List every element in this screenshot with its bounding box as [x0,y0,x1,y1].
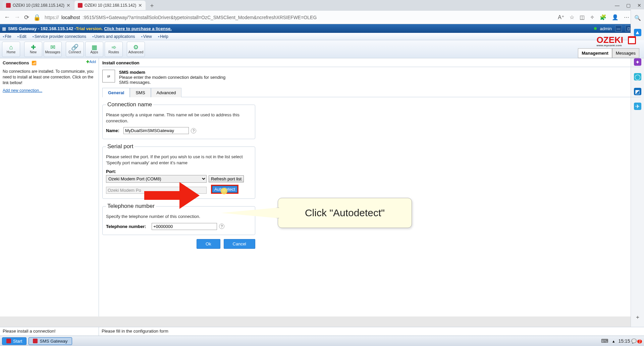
legend: Connection name [106,101,153,108]
menu-users[interactable]: ▪Users and applications [92,34,135,39]
port-select[interactable]: Ozeki Modem Port (COM8) [106,175,207,183]
grid-icon[interactable]: ▦ [2,26,6,31]
user-label[interactable]: admin [600,26,612,31]
connect-button[interactable]: 🔗Connect [66,42,84,57]
favorite-icon[interactable]: ☆ [570,14,574,20]
hint: Specify the telephone number of this con… [106,214,252,220]
url-scheme: https:// [45,15,59,20]
browser-tab-2[interactable]: OZEKI 10 (192.168.115.142) ✕ [74,1,146,10]
notification-icon[interactable]: 💬2 [631,339,642,344]
close-icon[interactable]: ✕ [637,3,641,8]
taskbar-app-button[interactable]: SMS Gateway [29,337,72,345]
start-button[interactable]: Start [2,337,26,345]
menu-view[interactable]: ▪View [141,34,152,39]
annotation-callout: Click "Autodetect" [278,198,412,228]
browser-tab-1[interactable]: OZEKI 10 (192.168.115.142) ✕ [3,1,74,10]
help-icon[interactable]: ? [191,128,196,133]
ozeki-logo: OZEKIwww.myozeki.com [597,35,626,47]
home-icon: ⌂ [9,44,13,50]
apps-icon: ▦ [92,44,97,50]
home-button[interactable]: ⌂Home [2,42,20,57]
new-button[interactable]: ✚New [24,42,42,57]
menu-file[interactable]: ▪File [3,34,11,39]
tab-messages[interactable]: Messages [612,48,639,58]
legend: Serial port [106,143,135,150]
url-path: :9515/SMS+Gateway/?a=InstallSoloDriver&t… [83,15,317,20]
modem-desc: Please enter the modem connection detail… [119,75,226,85]
tab-title: OZEKI 10 (192.168.115.142) [13,3,64,8]
advanced-button[interactable]: ⚙Advanced [127,42,145,57]
link-icon: 🔗 [71,44,78,50]
extensions-icon[interactable]: 🧩 [600,14,606,20]
menu-icon[interactable]: ⋯ [624,14,629,20]
connections-empty-text: No connections are installed. To communi… [3,69,96,85]
routes-icon: ➾ [111,44,116,50]
favicon-icon [78,3,83,8]
back-icon[interactable]: ← [4,14,10,21]
add-link[interactable]: ✚Add [86,60,96,64]
clock: 15:15 [618,338,630,344]
ozeki-calendar-icon [628,36,636,44]
modem-heading: SMS modem [119,70,226,75]
connections-header: Connections [3,60,29,65]
connections-icon: 📶 [32,61,37,65]
close-icon[interactable]: ✕ [66,3,70,8]
connection-name-fieldset: Connection name Please specify a unique … [102,101,255,139]
plus-icon: ✚ [31,44,36,50]
routes-button[interactable]: ➾Routes [105,42,123,57]
gear-icon: ⚙ [133,44,139,50]
read-aloud-icon[interactable]: A⁺ [558,14,564,20]
new-tab-button[interactable]: ＋ [149,1,155,9]
tab-title: OZEKI 10 (192.168.115.142) [85,3,136,8]
telephone-input[interactable] [152,223,217,230]
app-icon [33,339,38,343]
tab-management[interactable]: Management [578,48,612,58]
maximize-icon[interactable]: ▢ [626,3,631,8]
envelope-icon: ✉ [50,44,55,50]
messages-button[interactable]: ✉Messages [44,42,62,57]
lock-icon: 🔒 [33,14,41,21]
refresh-icon[interactable]: ⟳ [24,14,29,21]
serial-port-fieldset: Serial port Please select the port. If t… [102,143,255,199]
keyboard-icon[interactable]: ⌨ [601,338,608,344]
search-icon[interactable]: 🔍 [634,14,641,21]
app-title: SMS Gateway - 192.168.115.142 - [8,26,76,31]
help-icon[interactable]: ? [219,224,224,229]
address-bar[interactable]: https://localhost:9515/SMS+Gateway/?a=In… [45,15,554,20]
url-host: localhost [61,15,80,20]
collections-icon[interactable]: ✧ [590,14,594,20]
forward-icon[interactable]: → [14,14,20,21]
page-title: Install connection [102,60,641,67]
tab-sms[interactable]: SMS [130,88,151,97]
bell-icon[interactable]: ▲ [634,29,641,36]
add-connection-link[interactable]: Add new connection... [3,88,42,93]
minimize-button[interactable]: — [615,25,622,32]
close-icon[interactable]: ✕ [138,3,142,8]
ok-button[interactable]: Ok [197,239,220,249]
refresh-port-list-button[interactable]: Refresh port list [209,175,244,182]
modem-icon: 🖳 [102,70,115,82]
menu-edit[interactable]: ▪Edit [17,34,26,39]
hint: Please select the port. If the port you … [106,154,252,166]
split-icon[interactable]: ◫ [580,14,585,20]
menu-spc[interactable]: ▪Service provider connections [33,34,86,39]
license-link[interactable]: Click here to purchase a license. [104,26,172,31]
apps-button[interactable]: ▦Apps [85,42,103,57]
name-label: Name: [106,128,121,133]
tab-advanced[interactable]: Advanced [151,88,182,97]
port-label: Port: [106,169,252,174]
legend: Telephone number [106,203,156,210]
status-left: Please install a connection! [0,327,99,336]
minimize-icon[interactable]: — [615,3,620,8]
tab-general[interactable]: General [102,88,130,97]
menu-help[interactable]: ▪Help [158,34,168,39]
telephone-fieldset: Telephone number Specify the telephone n… [102,203,255,235]
favicon-icon [6,3,11,8]
status-dot-icon [594,27,597,30]
name-input[interactable] [123,127,189,134]
tel-label: Telephone number: [106,224,150,229]
account-icon[interactable]: 👤 [612,14,619,20]
hint: Please specify a unique name. This name … [106,112,252,124]
tray-expand-icon[interactable]: ▴ [612,339,615,344]
cancel-button[interactable]: Cancel [224,239,255,249]
